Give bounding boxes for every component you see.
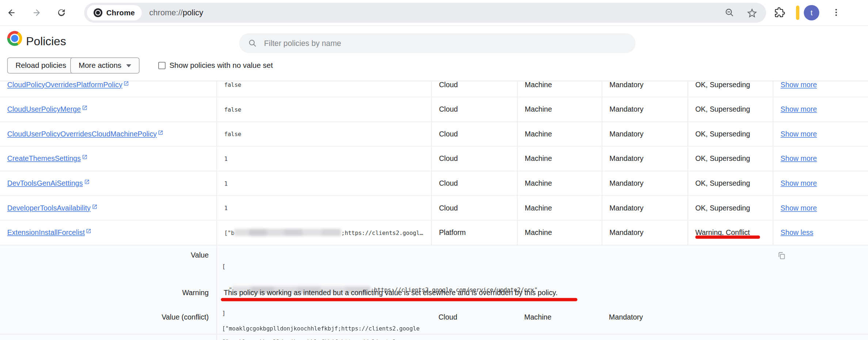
policy-scope: Machine	[517, 196, 602, 220]
external-link-icon	[158, 130, 163, 135]
policy-link[interactable]: DevToolsGenAiSettings	[7, 179, 90, 188]
show-more-link[interactable]: Show more	[781, 105, 817, 113]
policy-source: Cloud	[431, 122, 517, 146]
dropdown-caret-icon	[126, 64, 132, 67]
external-link-icon	[86, 228, 91, 234]
policy-link[interactable]: CloudUserPolicyMerge	[7, 105, 88, 113]
table-row-extension-install-forcelist: ExtensionInstallForcelist ["b;https://cl…	[0, 221, 868, 246]
policy-status: OK, Superseding	[688, 122, 773, 146]
chrome-logo-icon	[7, 31, 22, 46]
external-link-icon	[82, 105, 87, 111]
detail-conflict-label: Value (conflict)	[0, 339, 209, 340]
table-row: CloudPolicyOverridesPlatformPolicy false…	[0, 81, 868, 97]
policy-detail-partial-row: Value (conflict) ["moaklgcgokbgplldonjko…	[0, 334, 868, 340]
policy-status-conflict: Warning, Conflict	[688, 221, 773, 245]
policy-link[interactable]: ExtensionInstallForcelist	[7, 228, 92, 237]
forward-icon[interactable]	[31, 8, 41, 18]
policy-scope: Machine	[517, 122, 602, 146]
table-row: CloudUserPolicyOverridesCloudMachinePoli…	[0, 122, 868, 147]
policy-detail-panel: Value [ ";https://clients2.google.com/se…	[0, 245, 868, 334]
chrome-mono-logo-icon	[94, 8, 102, 17]
policy-source: Cloud	[431, 196, 517, 220]
policy-status: OK, Superseding	[688, 171, 773, 195]
show-less-link[interactable]: Show less	[781, 228, 814, 237]
detail-value-label: Value	[0, 251, 209, 259]
detail-divider	[216, 334, 217, 340]
url-text: chrome://policy	[149, 8, 203, 17]
reload-icon[interactable]	[57, 8, 66, 18]
reload-policies-button[interactable]: Reload policies	[7, 58, 75, 74]
policy-level: Mandatory	[602, 81, 688, 97]
conflict-value-content: ["moaklgcgokbgplldonjkoochhlefkbjf;https…	[222, 337, 413, 340]
detail-warning-label: Warning	[0, 288, 209, 297]
external-link-icon	[82, 155, 87, 160]
policy-level: Mandatory	[602, 147, 688, 171]
conflict-scope: Machine	[524, 313, 551, 321]
reload-policies-label: Reload policies	[15, 61, 66, 70]
policy-value-redacted: ["b;https://clients2.googl…	[216, 221, 431, 245]
browser-toolbar: Chrome chrome://policy t	[0, 0, 868, 26]
search-icon	[248, 39, 257, 47]
policy-status: OK, Superseding	[688, 196, 773, 220]
policy-value: false	[216, 122, 431, 146]
table-row: CloudUserPolicyMerge false Cloud Machine…	[0, 97, 868, 122]
page-title: Policies	[26, 35, 66, 48]
conflict-level: Mandatory	[609, 313, 643, 321]
policy-status: OK, Superseding	[688, 97, 773, 121]
external-link-icon	[92, 204, 97, 209]
policy-scope: Machine	[517, 147, 602, 171]
avatar-letter: t	[811, 8, 812, 17]
policy-link[interactable]: DeveloperToolsAvailability	[7, 204, 98, 212]
table-row: CreateThemesSettings 1 Cloud Machine Man…	[0, 147, 868, 171]
policy-scope: Machine	[517, 221, 602, 245]
filter-input[interactable]	[263, 38, 636, 48]
policy-source: Cloud	[431, 97, 517, 121]
policy-source: Cloud	[431, 81, 517, 97]
policy-source: Cloud	[431, 171, 517, 195]
policy-level: Mandatory	[602, 97, 688, 121]
detail-conflict-label: Value (conflict)	[0, 313, 209, 321]
red-annotation-bar	[221, 298, 578, 301]
chrome-chip-label: Chrome	[106, 8, 135, 17]
screen: Chrome chrome://policy t Policies Reload…	[0, 0, 868, 340]
policy-link[interactable]: CloudUserPolicyOverridesCloudMachinePoli…	[7, 130, 164, 138]
table-row: DevToolsGenAiSettings 1 Cloud Machine Ma…	[0, 171, 868, 196]
detail-divider	[216, 245, 217, 333]
bookmark-star-icon[interactable]	[747, 7, 757, 18]
copy-icon[interactable]	[777, 251, 785, 260]
show-more-link[interactable]: Show more	[781, 130, 817, 138]
policy-source: Cloud	[431, 147, 517, 171]
policy-level: Mandatory	[602, 171, 688, 195]
external-link-icon	[123, 81, 129, 86]
policy-value: 1	[216, 196, 431, 220]
policy-value: false	[216, 81, 431, 97]
zoom-out-icon[interactable]	[725, 8, 735, 18]
back-icon[interactable]	[7, 8, 16, 18]
highlight-marker	[796, 5, 799, 20]
policy-value: 1	[216, 171, 431, 195]
browser-menu-icon[interactable]	[831, 8, 841, 17]
profile-avatar[interactable]: t	[804, 5, 819, 20]
filter-box[interactable]	[239, 33, 636, 53]
policy-link[interactable]: CloudPolicyOverridesPlatformPolicy	[7, 81, 129, 89]
warning-message: This policy is working as intended but a…	[224, 288, 557, 297]
policy-value: false	[216, 97, 431, 121]
external-link-icon	[84, 179, 90, 185]
show-more-link[interactable]: Show more	[781, 204, 817, 212]
show-more-link[interactable]: Show more	[781, 81, 817, 89]
show-more-link[interactable]: Show more	[781, 179, 817, 188]
policy-status: OK, Superseding	[688, 147, 773, 171]
address-bar[interactable]: Chrome chrome://policy	[84, 3, 766, 23]
policy-level: Mandatory	[602, 122, 688, 146]
show-no-value-checkbox[interactable]	[158, 62, 165, 69]
policy-link[interactable]: CreateThemesSettings	[7, 155, 88, 163]
policy-scope: Machine	[517, 81, 602, 97]
extensions-icon[interactable]	[774, 7, 785, 18]
show-more-link[interactable]: Show more	[781, 155, 817, 163]
more-actions-label: More actions	[79, 61, 121, 70]
chrome-site-chip[interactable]: Chrome	[87, 5, 141, 20]
policy-level: Mandatory	[602, 221, 688, 245]
red-annotation-bar	[695, 236, 760, 239]
policy-value: 1	[216, 147, 431, 171]
more-actions-button[interactable]: More actions	[70, 58, 140, 74]
